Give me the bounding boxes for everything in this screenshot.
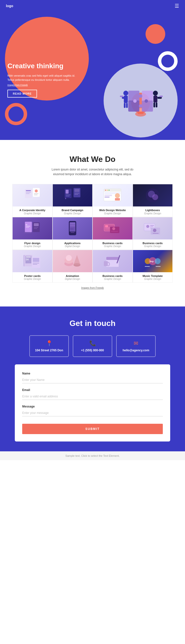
portfolio-cat-0: Graphic Design — [14, 212, 51, 215]
svg-point-11 — [133, 99, 137, 103]
svg-rect-49 — [105, 196, 109, 198]
svg-rect-106 — [106, 257, 119, 260]
hero-section: Creative thinking Nibh venenatis cras se… — [0, 12, 185, 140]
phone-label: +1 (555) 000-000 — [81, 348, 104, 352]
svg-point-46 — [109, 190, 109, 191]
portfolio-item[interactable]: bsp Music Template Graphic Design — [133, 250, 173, 282]
portfolio-name-7: Business cards — [134, 242, 171, 245]
hero-illustration-svg — [111, 71, 170, 130]
svg-rect-35 — [66, 195, 71, 195]
portfolio-cat-2: Graphic Design — [94, 212, 131, 215]
svg-rect-93 — [26, 256, 31, 258]
portfolio-item[interactable]: Web Design Website Graphic Design — [93, 184, 133, 217]
svg-rect-34 — [66, 190, 69, 194]
form-group-message: Message — [22, 405, 163, 416]
contact-form: Name Email Message SUBMIT — [15, 364, 170, 442]
portfolio-caption-1: Brand Campaign Graphic Design — [53, 206, 93, 216]
portfolio-cat-7: Graphic Design — [134, 245, 171, 248]
svg-point-88 — [153, 229, 156, 232]
portfolio-item[interactable]: Animation Digital Design — [53, 250, 93, 282]
svg-point-83 — [146, 225, 149, 228]
portfolio-caption-4: Flyer design Graphic Design — [13, 240, 52, 250]
contact-card-email[interactable]: ✉ hello@agency.com — [116, 335, 156, 357]
hero-description: Nibh venenatis cras sed felis eget velit… — [8, 74, 76, 82]
what-we-do-description: Lorem ipsum dolor sit amet, consectetur … — [51, 167, 134, 177]
portfolio-name-0: A Corporate Identity — [14, 208, 51, 212]
portfolio-name-6: Business cards — [94, 242, 131, 245]
portfolio-cat-3: Graphic Design — [134, 212, 171, 215]
address-label: 104 Street 2765 Don — [35, 348, 63, 352]
portfolio-item[interactable]: Business cards Graphic Design — [133, 217, 173, 250]
get-in-touch-section: Get in touch 📍 104 Street 2765 Don 📞 +1 … — [0, 306, 185, 451]
portfolio-item[interactable]: Applications Digital Design — [53, 217, 93, 250]
portfolio-thumb-7 — [133, 217, 173, 240]
portfolio-thumb-10 — [93, 250, 132, 272]
name-input[interactable] — [22, 377, 163, 383]
portfolio-thumb-1: b — [53, 184, 93, 206]
svg-rect-62 — [34, 223, 39, 226]
portfolio-cat-1: Graphic Design — [54, 212, 91, 215]
svg-rect-59 — [26, 226, 30, 226]
svg-rect-85 — [150, 226, 153, 227]
email-input[interactable] — [22, 393, 163, 400]
hero-image-credit[interactable]: Images from Freepik — [8, 84, 76, 86]
svg-rect-16 — [120, 96, 123, 97]
portfolio-caption-8: Poster cards Graphic Design — [13, 272, 52, 282]
get-in-touch-title: Get in touch — [8, 319, 177, 328]
svg-text:bsp: bsp — [150, 260, 154, 263]
svg-rect-20 — [153, 96, 157, 102]
svg-rect-96 — [33, 258, 39, 262]
portfolio-grid: A Corporate Identity Graphic Design b — [12, 184, 173, 282]
svg-rect-39 — [75, 193, 79, 194]
footer-text: Sample text. Click to select the Text El… — [65, 454, 120, 457]
logo: logo — [6, 4, 13, 8]
portfolio-images-credit[interactable]: Images from Freepik — [8, 286, 177, 289]
svg-rect-28 — [26, 194, 30, 194]
svg-rect-38 — [75, 189, 79, 192]
svg-rect-60 — [26, 227, 29, 228]
svg-point-113 — [155, 258, 160, 264]
portfolio-item[interactable]: b Brand Campaign Graphic Design — [53, 184, 93, 217]
portfolio-name-9: Animation — [54, 274, 91, 278]
svg-rect-48 — [105, 195, 112, 196]
hamburger-menu[interactable]: ☰ — [175, 3, 179, 9]
svg-rect-75 — [105, 225, 108, 227]
portfolio-cat-10: Graphic Design — [94, 278, 131, 280]
portfolio-name-2: Web Design Website — [94, 208, 131, 212]
portfolio-cat-9: Digital Design — [54, 278, 91, 280]
footer: Sample text. Click to select the Text El… — [0, 451, 185, 460]
submit-button[interactable]: SUBMIT — [22, 424, 163, 434]
portfolio-item[interactable]: Business cards Graphic Design — [93, 250, 133, 282]
svg-rect-18 — [126, 103, 128, 108]
svg-point-79 — [112, 227, 115, 230]
contact-card-address[interactable]: 📍 104 Street 2765 Don — [29, 335, 69, 357]
phone-icon: 📞 — [89, 340, 96, 347]
svg-rect-51 — [115, 198, 120, 200]
message-input[interactable] — [22, 410, 163, 416]
contact-card-phone[interactable]: 📞 +1 (555) 000-000 — [73, 335, 112, 357]
email-label: hello@agency.com — [123, 348, 149, 352]
name-label: Name — [22, 372, 163, 375]
email-icon: ✉ — [134, 340, 138, 347]
svg-rect-32 — [34, 195, 38, 195]
portfolio-item[interactable]: 02 Flyer design Graphic Design — [12, 217, 53, 250]
svg-rect-26 — [26, 190, 31, 191]
svg-rect-63 — [34, 227, 38, 228]
svg-rect-27 — [26, 192, 31, 193]
portfolio-item[interactable]: Lightboxes Graphic Design — [133, 184, 173, 217]
svg-rect-77 — [105, 229, 110, 229]
svg-point-19 — [153, 91, 158, 96]
portfolio-cat-4: Graphic Design — [14, 245, 51, 248]
portfolio-caption-6: Business cards Graphic Design — [93, 240, 132, 250]
svg-rect-116 — [156, 266, 160, 267]
portfolio-item[interactable]: A Corporate Identity Graphic Design — [12, 184, 53, 217]
form-group-name: Name — [22, 372, 163, 383]
svg-rect-89 — [153, 233, 159, 234]
hero-cta-button[interactable]: READ MORE — [8, 90, 37, 98]
portfolio-caption-3: Lightboxes Graphic Design — [133, 206, 173, 216]
portfolio-item[interactable]: 04 Poster cards Graphic Design — [12, 250, 53, 282]
svg-rect-115 — [145, 266, 150, 267]
portfolio-caption-11: Music Template Graphic Design — [133, 272, 173, 282]
portfolio-item[interactable]: Business cards Graphic Design — [93, 217, 133, 250]
portfolio-name-11: Music Template — [134, 274, 171, 278]
